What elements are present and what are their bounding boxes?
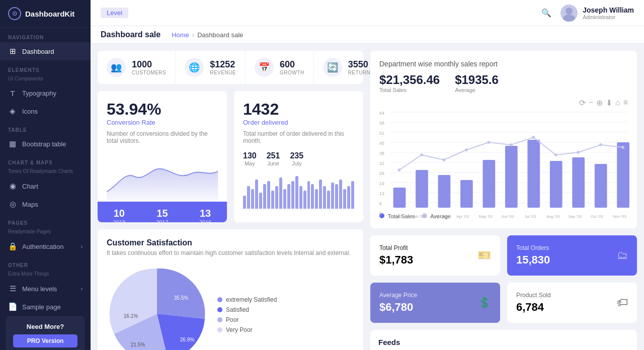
conversion-card: 53.94% Conversion Rate Number of convers… xyxy=(98,91,227,222)
legend-extremely-satisfied: extremely Satisfied xyxy=(217,296,277,303)
stat-growth-label: GROWTH xyxy=(280,70,304,75)
order-bar xyxy=(263,184,266,209)
svg-text:32: 32 xyxy=(379,161,384,166)
svg-point-1 xyxy=(563,15,575,22)
svg-text:Feb '03: Feb '03 xyxy=(412,214,425,219)
svg-text:Nov '03: Nov '03 xyxy=(613,214,626,219)
svg-text:16.1%: 16.1% xyxy=(124,313,138,319)
growth-icon: 📅 xyxy=(255,58,274,77)
sidebar-item-dashboard[interactable]: ⊞ Dashboard xyxy=(0,42,91,60)
stat-revenue-val: $1252 xyxy=(210,59,236,70)
svg-text:Aug '03: Aug '03 xyxy=(546,214,560,219)
svg-text:58: 58 xyxy=(379,121,384,126)
order-bar xyxy=(295,176,298,209)
user-info: Joseph William Administrator xyxy=(583,6,634,20)
svg-rect-29 xyxy=(438,175,451,208)
order-stat-may-label: May xyxy=(243,160,257,166)
chart-icon-zoom-out[interactable]: − xyxy=(589,98,593,108)
order-label: Order delivered xyxy=(243,119,354,126)
svg-rect-32 xyxy=(505,146,518,208)
pro-version-button[interactable]: PRO Version xyxy=(13,334,77,347)
order-bar xyxy=(283,189,286,209)
csat-legend: extremely Satisfied Satisfied Poor xyxy=(217,296,277,333)
svg-text:Jul '03: Jul '03 xyxy=(524,214,536,219)
promo-box: Need More? PRO Version For more features… xyxy=(6,316,85,350)
product-sold-card: Product Sold 6,784 🏷 xyxy=(507,283,637,323)
dept-total-sales-label: Total Sales xyxy=(379,87,440,93)
sidebar-item-maps[interactable]: ◎ Maps xyxy=(0,195,91,213)
sidebar-item-authentication[interactable]: 🔒 Authentication › xyxy=(0,237,91,255)
csat-title: Customer Satisfaction xyxy=(107,238,354,247)
order-bar xyxy=(311,184,314,209)
svg-point-45 xyxy=(554,153,557,156)
sidebar-item-bootstrap-table[interactable]: ▦ Bootstrap table xyxy=(0,135,91,153)
avg-price-val: $6,780 xyxy=(379,301,417,314)
svg-rect-37 xyxy=(617,142,629,208)
chart-icon-download[interactable]: ⬇ xyxy=(606,98,612,108)
sidebar-label-sample: Sample page xyxy=(22,303,61,311)
right-column: Department wise monthly sales report $21… xyxy=(370,51,637,343)
conv-num-2: 13 xyxy=(199,208,211,219)
total-orders-card: Total Orders 15,830 🗂 xyxy=(507,235,637,276)
legend-satisfied: Satisfied xyxy=(217,306,277,313)
svg-rect-34 xyxy=(550,161,562,208)
legend-dot-4 xyxy=(217,327,222,332)
chart-icon-menu[interactable]: ≡ xyxy=(623,98,628,108)
sidebar-item-chart[interactable]: ◉ Chart xyxy=(0,177,91,195)
order-stat-june: 251 June xyxy=(267,151,280,166)
svg-point-48 xyxy=(621,146,624,149)
menu-arrow: › xyxy=(81,286,83,292)
sidebar-item-typography[interactable]: T Typography xyxy=(0,84,91,102)
order-bar xyxy=(331,183,334,209)
dept-average-val: $1935.6 xyxy=(455,73,499,87)
order-bar xyxy=(259,193,262,209)
order-bar xyxy=(339,180,342,209)
sidebar: ⊙ DashboardKit NAVIGATION ⊞ Dashboard EL… xyxy=(0,0,91,350)
conv-year-0: 2018 xyxy=(113,219,125,222)
svg-point-0 xyxy=(566,8,573,15)
sidebar-label-dashboard: Dashboard xyxy=(22,48,54,55)
order-bar xyxy=(275,186,278,209)
order-bar xyxy=(271,191,274,209)
topbar: Level 🔍 Joseph William Administrator xyxy=(91,0,644,26)
order-bar xyxy=(251,189,254,209)
sidebar-label-bootstrap-table: Bootstrap table xyxy=(22,140,66,148)
order-bar xyxy=(247,186,250,209)
sidebar-item-sample-page[interactable]: 📄 Sample page xyxy=(0,298,91,316)
breadcrumb-home[interactable]: Home xyxy=(172,31,189,39)
svg-rect-31 xyxy=(483,160,496,208)
search-icon[interactable]: 🔍 xyxy=(541,8,551,18)
svg-text:Mar '03: Mar '03 xyxy=(434,214,448,219)
order-bar xyxy=(299,186,302,209)
order-bar xyxy=(319,180,322,209)
order-stat-july-label: July xyxy=(290,160,303,166)
sidebar-label-auth: Authentication xyxy=(22,243,63,250)
sidebar-item-icons[interactable]: ◈ Icons xyxy=(0,102,91,120)
maps-icon: ◎ xyxy=(8,200,17,209)
order-bar xyxy=(307,181,310,209)
elements-section-label: ELEMENTS xyxy=(0,60,91,75)
order-stat-may: 130 May xyxy=(243,151,257,166)
svg-rect-33 xyxy=(527,140,540,208)
app-name: DashboardKit xyxy=(25,10,74,18)
app-logo: ⊙ DashboardKit xyxy=(0,0,91,28)
chart-icon-home[interactable]: ⌂ xyxy=(615,98,620,108)
order-stats: 130 May 251 June 235 July xyxy=(243,151,354,166)
avatar xyxy=(560,5,578,22)
chart-icon: ◉ xyxy=(8,182,17,191)
order-stat-july: 235 July xyxy=(290,151,303,166)
chart-icon-zoom-in[interactable]: ⊕ xyxy=(596,98,603,108)
stat-growth: 📅 600 GROWTH xyxy=(246,51,314,84)
profit-icon: 🎫 xyxy=(477,249,491,262)
order-bar xyxy=(291,181,294,209)
chart-icon-reset[interactable]: ⟳ xyxy=(579,98,586,108)
order-bar xyxy=(335,184,338,209)
svg-text:38: 38 xyxy=(379,151,384,156)
level-badge[interactable]: Level xyxy=(101,8,128,18)
mid-row: 53.94% Conversion Rate Number of convers… xyxy=(98,91,363,222)
content-area: 👥 1000 CUSTOMERS 🌐 $1252 REVENUE xyxy=(91,44,644,350)
customers-icon: 👥 xyxy=(107,58,126,77)
sidebar-item-menu-levels[interactable]: ☰ Menu levels › xyxy=(0,280,91,298)
order-bar xyxy=(327,191,330,209)
order-bar xyxy=(303,191,306,209)
